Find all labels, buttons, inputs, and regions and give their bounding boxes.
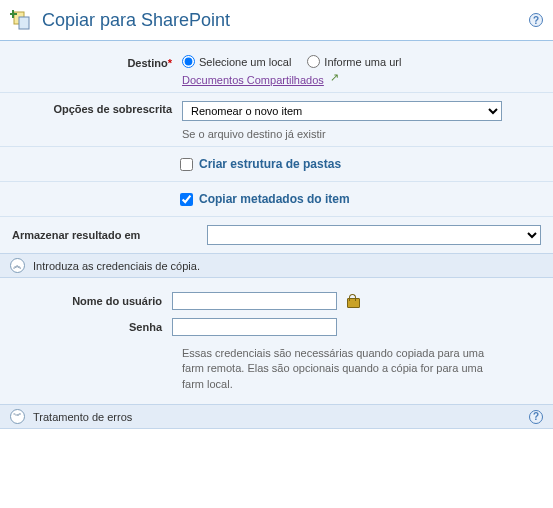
destination-section: Destino* Selecione um local Informe uma … <box>0 41 553 92</box>
store-result-label: Armazenar resultado em <box>12 229 207 241</box>
username-label: Nome do usuário <box>12 295 172 307</box>
error-toggle-button[interactable]: ︾ <box>10 409 25 424</box>
overwrite-hint: Se o arquivo destino já existir <box>182 125 326 140</box>
help-icon[interactable]: ? <box>529 13 543 27</box>
copy-sharepoint-icon <box>10 8 34 32</box>
credentials-toggle-button[interactable]: ︽ <box>10 258 25 273</box>
error-handling-title: Tratamento de erros <box>33 411 132 423</box>
lock-icon <box>347 294 359 308</box>
create-folder-structure-label: Criar estrutura de pastas <box>199 157 341 171</box>
store-result-select[interactable] <box>207 225 541 245</box>
chevron-down-icon: ︾ <box>13 412 22 421</box>
destination-select-location-radio[interactable]: Selecione um local <box>182 55 291 68</box>
copy-metadata-checkbox[interactable] <box>180 193 193 206</box>
radio-select-location-label: Selecione um local <box>199 56 291 68</box>
chevron-up-icon: ︽ <box>13 261 22 270</box>
radio-enter-url-label: Informe uma url <box>324 56 401 68</box>
radio-enter-url[interactable] <box>307 55 320 68</box>
store-result-section: Armazenar resultado em <box>0 216 553 253</box>
dialog-content: Destino* Selecione um local Informe uma … <box>0 40 553 429</box>
credentials-title: Introduza as credenciais de cópia. <box>33 260 200 272</box>
create-folder-structure-checkbox[interactable] <box>180 158 193 171</box>
credentials-body: Nome do usuário Senha Essas credenciais … <box>0 278 553 404</box>
folder-structure-section: Criar estrutura de pastas <box>0 146 553 181</box>
overwrite-options-select[interactable]: Renomear o novo item <box>182 101 502 121</box>
overwrite-label: Opções de sobrescrita <box>12 101 182 140</box>
password-label: Senha <box>12 321 172 333</box>
svg-rect-1 <box>19 17 29 29</box>
credentials-header: ︽ Introduza as credenciais de cópia. <box>0 253 553 278</box>
copy-metadata-label: Copiar metadados do item <box>199 192 350 206</box>
destination-label: Destino* <box>12 55 182 86</box>
username-input[interactable] <box>172 292 337 310</box>
overwrite-section: Opções de sobrescrita Renomear o novo it… <box>0 92 553 146</box>
password-input[interactable] <box>172 318 337 336</box>
error-handling-header: ︾ Tratamento de erros ? <box>0 404 553 429</box>
error-help-icon[interactable]: ? <box>529 410 543 424</box>
external-link-icon <box>330 74 340 84</box>
radio-select-location[interactable] <box>182 55 195 68</box>
dialog-title: Copiar para SharePoint <box>42 10 230 31</box>
credentials-hint: Essas credenciais são necessárias quando… <box>12 340 541 392</box>
copy-metadata-section: Copiar metadados do item <box>0 181 553 216</box>
destination-enter-url-radio[interactable]: Informe uma url <box>307 55 401 68</box>
copy-to-sharepoint-dialog: Copiar para SharePoint ? Destino* Seleci… <box>0 0 553 429</box>
title-bar: Copiar para SharePoint ? <box>0 0 553 40</box>
shared-documents-link[interactable]: Documentos Compartilhados <box>182 74 324 86</box>
